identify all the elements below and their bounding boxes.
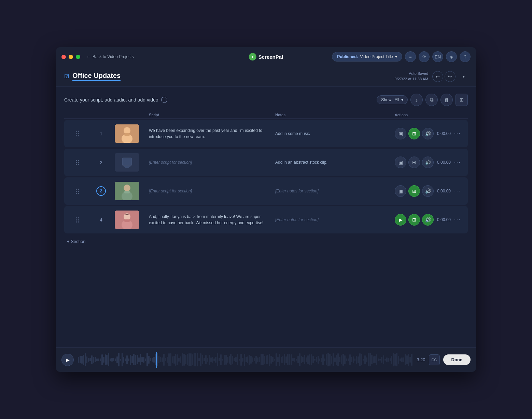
title-bar-right: Published: Video Project Title ▾ ≡ ⟳ EN … xyxy=(332,51,471,62)
publish-chevron-icon: ▾ xyxy=(395,54,397,59)
window-controls xyxy=(61,55,80,59)
script-placeholder-3[interactable]: [Enter script for section] xyxy=(149,189,275,193)
script-text-1[interactable]: We have been expanding over the past yea… xyxy=(149,127,275,140)
table-row: 4 And, finally, Tanya is back from mater… xyxy=(64,206,468,233)
svg-point-1 xyxy=(124,127,130,134)
subtitle-button[interactable]: CC xyxy=(429,354,440,365)
audio-btn-1[interactable]: 🔊 xyxy=(422,128,434,139)
header-bar: ☑ Office Updates Auto Saved 9/27/22 at 1… xyxy=(56,66,476,87)
content-actions: Show: All ▾ ♪ ⧉ 🗑 ⊞ xyxy=(377,94,468,106)
publish-button[interactable]: Published: Video Project Title ▾ xyxy=(332,52,402,62)
svg-rect-15 xyxy=(124,219,130,222)
delete-icon-button[interactable]: 🗑 xyxy=(440,94,453,106)
svg-rect-11 xyxy=(124,191,130,193)
waveform[interactable]: 1:08.00 xyxy=(78,352,412,368)
video-btn-4[interactable]: ▶ xyxy=(395,214,406,226)
svg-rect-7 xyxy=(125,167,129,168)
help-icon-button[interactable]: ? xyxy=(460,51,471,62)
audio-icon-1: 🔊 xyxy=(425,131,431,136)
col-thumbnail xyxy=(115,113,149,117)
notes-text-1[interactable]: Add in some music xyxy=(275,131,395,136)
row-number-2: 2 xyxy=(87,160,115,165)
timeline-bar: ▶ 1:08.00 3:20 CC Done xyxy=(56,347,476,372)
thumbnail-4 xyxy=(115,211,139,229)
col-script-header: Script xyxy=(149,113,275,117)
more-btn-4[interactable]: ··· xyxy=(454,217,461,223)
content-header: Create your script, add audio, and add v… xyxy=(64,94,468,106)
screen-icon-1: ⊞ xyxy=(412,131,416,136)
video-btn-3[interactable]: ▣ xyxy=(395,185,406,197)
app-logo: ● ScreenPal xyxy=(249,53,283,60)
drag-handle[interactable] xyxy=(67,216,87,224)
show-filter[interactable]: Show: All ▾ xyxy=(377,95,408,104)
video-btn-2[interactable]: ▣ xyxy=(395,157,406,168)
video-icon-3: ▣ xyxy=(398,188,403,194)
more-btn-3[interactable]: ··· xyxy=(454,188,461,194)
drag-handle[interactable] xyxy=(67,187,87,195)
audio-btn-3[interactable]: 🔊 xyxy=(422,185,434,197)
help-icon: ? xyxy=(464,54,466,59)
more-btn-2[interactable]: ··· xyxy=(454,159,461,165)
add-section-button[interactable]: + Section xyxy=(64,235,468,248)
screen-btn-1[interactable]: ⊞ xyxy=(408,128,420,139)
row-number-badge-3: 2 xyxy=(96,186,106,196)
language-button[interactable]: EN xyxy=(432,51,443,62)
back-button[interactable]: ← Back to Video Projects xyxy=(86,54,134,59)
layers-icon-button[interactable]: ◈ xyxy=(446,51,457,62)
notes-placeholder-3[interactable]: [Enter notes for section] xyxy=(275,189,395,193)
show-label: Show: xyxy=(381,97,392,102)
add-section-label: + Section xyxy=(67,239,86,244)
svg-point-9 xyxy=(124,185,130,191)
more-btn-1[interactable]: ··· xyxy=(454,131,461,137)
row-actions-2: ▣ ⊞ 🔊 0:00.00 ··· xyxy=(395,157,470,168)
row-number-4: 4 xyxy=(87,217,115,222)
thumbnail-2 xyxy=(115,153,139,172)
edit-icon: ☑ xyxy=(64,73,69,80)
drag-handle[interactable] xyxy=(67,159,87,166)
video-btn-1[interactable]: ▣ xyxy=(395,128,406,139)
language-label: EN xyxy=(435,54,441,59)
redo-button[interactable]: ↪ xyxy=(445,71,456,82)
music-icon-button[interactable]: ♪ xyxy=(410,94,423,106)
time-display-2: 0:00.00 xyxy=(437,160,451,165)
project-title[interactable]: Office Updates xyxy=(72,72,121,80)
auto-saved-time: 9/27/22 at 11:38 AM xyxy=(395,77,428,82)
screen-btn-4[interactable]: ⊞ xyxy=(408,214,420,226)
video-icon-1: ▣ xyxy=(398,131,403,136)
play-button[interactable]: ▶ xyxy=(61,354,74,366)
audio-btn-2[interactable]: 🔊 xyxy=(422,157,434,168)
col-num xyxy=(87,113,115,117)
maximize-button[interactable] xyxy=(76,55,80,59)
screen-btn-2[interactable]: ⊞ xyxy=(408,157,420,168)
screen-btn-3[interactable]: ⊞ xyxy=(408,185,420,197)
undo-button[interactable]: ↩ xyxy=(432,71,443,82)
script-text-4[interactable]: And, finally, Tanya is back from materni… xyxy=(149,214,275,226)
timeline-right: 3:20 CC Done xyxy=(417,354,471,365)
playhead[interactable]: 1:08.00 xyxy=(156,352,157,368)
drag-handle[interactable] xyxy=(67,130,87,138)
dropdown-arrow-button[interactable]: ▾ xyxy=(460,72,468,81)
notes-placeholder-4[interactable]: [Enter notes for section] xyxy=(275,217,395,222)
close-button[interactable] xyxy=(61,55,66,59)
audio-btn-4[interactable]: 🔊 xyxy=(422,214,434,226)
list-icon-button[interactable]: ≡ xyxy=(405,51,416,62)
trash-icon: 🗑 xyxy=(444,97,449,103)
grid-view-button[interactable]: ⊞ xyxy=(456,94,468,106)
screen-icon-3: ⊞ xyxy=(412,188,416,194)
project-title-area: ☑ Office Updates xyxy=(64,72,121,81)
time-display-3: 0:00.00 xyxy=(437,189,451,193)
info-icon[interactable]: i xyxy=(161,97,167,103)
music-icon: ♪ xyxy=(415,97,418,103)
thumbnail-3 xyxy=(115,182,139,200)
copy-icon-button[interactable]: ⧉ xyxy=(425,94,438,106)
header-right: Auto Saved 9/27/22 at 11:38 AM ↩ ↪ ▾ xyxy=(395,71,468,82)
audio-icon-2: 🔊 xyxy=(425,160,431,165)
undo-redo: ↩ ↪ xyxy=(432,71,456,82)
script-placeholder-2[interactable]: [Enter script for section] xyxy=(149,160,275,165)
auto-saved: Auto Saved 9/27/22 at 11:38 AM xyxy=(395,71,428,82)
show-value: All xyxy=(395,97,399,102)
done-button[interactable]: Done xyxy=(443,354,471,365)
notes-text-2[interactable]: Add in an abstract stock clip. xyxy=(275,160,395,165)
history-icon-button[interactable]: ⟳ xyxy=(419,51,430,62)
minimize-button[interactable] xyxy=(69,55,73,59)
